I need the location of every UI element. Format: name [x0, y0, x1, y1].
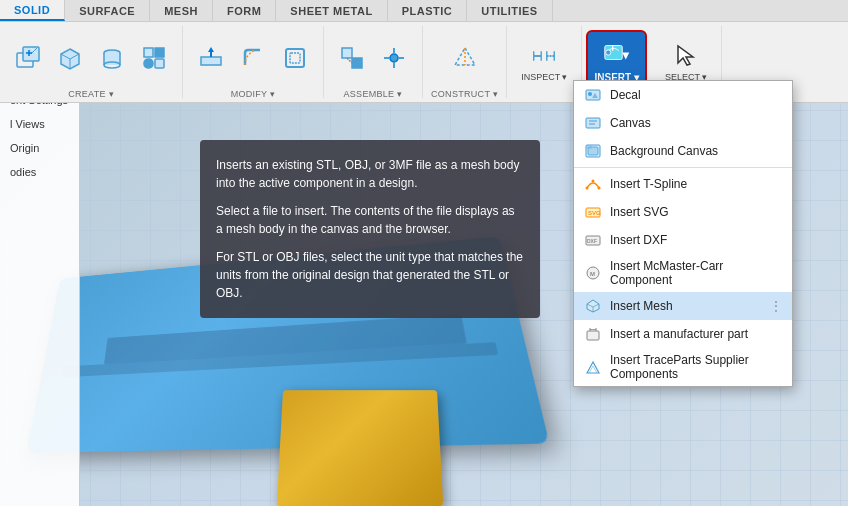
assemble-label: ASSEMBLE ▾ — [343, 88, 402, 99]
tab-utilities[interactable]: UTILITIES — [467, 0, 552, 21]
press-pull-icon — [197, 44, 225, 72]
sidebar-item-origin[interactable]: Origin — [0, 136, 79, 160]
svg-text:M: M — [590, 271, 595, 277]
tab-form[interactable]: FORM — [213, 0, 276, 21]
info-para-1: Inserts an existing STL, OBJ, or 3MF fil… — [216, 156, 524, 192]
dxf-icon: DXF — [584, 231, 602, 249]
svg-point-55 — [598, 187, 601, 190]
svg-text:DXF: DXF — [587, 238, 597, 244]
modify-group: MODIFY ▾ — [183, 26, 324, 98]
inspect-group: INSPECT ▾ — [507, 26, 582, 98]
separator-1 — [574, 167, 792, 168]
insert-icon — [603, 42, 631, 70]
mesh-icon — [584, 297, 602, 315]
create-label: CREATE ▾ — [68, 88, 114, 99]
fillet-icon — [239, 44, 267, 72]
cylinder-icon — [98, 44, 126, 72]
yellow-part — [277, 390, 443, 506]
svg-rect-16 — [155, 48, 164, 57]
sidebar-item-bodies[interactable]: odies — [0, 160, 79, 184]
svg-rect-19 — [201, 57, 221, 65]
tab-surface[interactable]: SURFACE — [65, 0, 150, 21]
shell-button[interactable] — [275, 30, 315, 86]
sidebar: ent Settings l Views Origin odies — [0, 80, 80, 506]
svg-rect-15 — [144, 48, 153, 57]
joint-icon — [380, 44, 408, 72]
dropdown-decal[interactable]: Decal — [574, 81, 792, 109]
dropdown-insert-svg[interactable]: SVG Insert SVG — [574, 198, 792, 226]
modify-buttons — [191, 30, 315, 86]
inspect-icon — [530, 42, 558, 70]
svg-rect-47 — [586, 118, 600, 128]
info-tooltip: Inserts an existing STL, OBJ, or 3MF fil… — [200, 140, 540, 318]
tab-solid[interactable]: SOLID — [0, 0, 65, 21]
shell-icon — [281, 44, 309, 72]
assemble-icon — [338, 44, 366, 72]
decal-icon — [584, 86, 602, 104]
traceparts-icon — [584, 358, 602, 376]
svg-point-54 — [592, 180, 595, 183]
tab-mesh[interactable]: MESH — [150, 0, 213, 21]
tab-plastic[interactable]: PLASTIC — [388, 0, 468, 21]
create-buttons — [8, 30, 174, 86]
dropdown-background-canvas[interactable]: Background Canvas — [574, 137, 792, 165]
assemble-btn[interactable] — [332, 30, 372, 86]
more-shapes-button[interactable] — [134, 30, 174, 86]
fillet-button[interactable] — [233, 30, 273, 86]
svg-text:SVG: SVG — [588, 210, 601, 216]
inspect-btn[interactable]: INSPECT ▾ — [515, 34, 573, 90]
more-dots[interactable]: ⋮ — [770, 299, 782, 313]
dropdown-insert-tspline[interactable]: Insert T-Spline — [574, 170, 792, 198]
joint-btn[interactable] — [374, 30, 414, 86]
dropdown-insert-mfr[interactable]: Insert a manufacturer part — [574, 320, 792, 348]
svg-point-46 — [588, 92, 592, 96]
svg-point-27 — [390, 54, 398, 62]
sidebar-item-views[interactable]: l Views — [0, 112, 79, 136]
svg-rect-22 — [286, 49, 304, 67]
select-icon — [672, 42, 700, 70]
construct-icon — [451, 44, 479, 72]
press-pull-button[interactable] — [191, 30, 231, 86]
svg-marker-41 — [622, 52, 629, 59]
new-component-button[interactable] — [8, 30, 48, 86]
modify-label: MODIFY ▾ — [231, 88, 276, 99]
dropdown-insert-traceparts[interactable]: Insert TraceParts Supplier Components — [574, 348, 792, 386]
cylinder-button[interactable] — [92, 30, 132, 86]
svg-icon: SVG — [584, 203, 602, 221]
info-para-3: For STL or OBJ files, select the unit ty… — [216, 248, 524, 302]
svg-rect-23 — [290, 53, 300, 63]
svg-rect-45 — [586, 90, 600, 100]
background-canvas-icon — [584, 142, 602, 160]
mcmaster-icon: M — [584, 264, 602, 282]
box-icon — [56, 44, 84, 72]
svg-marker-21 — [208, 47, 214, 52]
svg-rect-25 — [352, 58, 362, 68]
construct-group: CONSTRUCT ▾ — [423, 26, 507, 98]
svg-rect-17 — [144, 59, 153, 68]
info-para-2: Select a file to insert. The contents of… — [216, 202, 524, 238]
create-group: CREATE ▾ — [0, 26, 183, 98]
svg-rect-52 — [586, 145, 592, 149]
svg-rect-24 — [342, 48, 352, 58]
construct-buttons — [445, 30, 485, 86]
inspect-label-row: INSPECT ▾ — [521, 72, 567, 82]
construct-label: CONSTRUCT ▾ — [431, 88, 498, 99]
svg-rect-66 — [587, 331, 599, 340]
tspline-icon — [584, 175, 602, 193]
construct-btn[interactable] — [445, 30, 485, 86]
inspect-buttons: INSPECT ▾ — [515, 30, 573, 94]
svg-rect-18 — [155, 59, 164, 68]
new-component-icon — [14, 44, 42, 72]
shapes-icon — [140, 44, 168, 72]
tab-sheet-metal[interactable]: SHEET METAL — [276, 0, 387, 21]
assemble-buttons — [332, 30, 414, 86]
dropdown-insert-mesh[interactable]: Insert Mesh ⋮ — [574, 292, 792, 320]
insert-dropdown: Decal Canvas Background Canvas — [573, 80, 793, 387]
dropdown-canvas[interactable]: Canvas — [574, 109, 792, 137]
dropdown-insert-mcmaster[interactable]: M Insert McMaster-Carr Component — [574, 254, 792, 292]
svg-point-43 — [605, 49, 610, 54]
canvas-icon — [584, 114, 602, 132]
box-button[interactable] — [50, 30, 90, 86]
tab-row: SOLID SURFACE MESH FORM SHEET METAL PLAS… — [0, 0, 848, 22]
dropdown-insert-dxf[interactable]: DXF Insert DXF — [574, 226, 792, 254]
